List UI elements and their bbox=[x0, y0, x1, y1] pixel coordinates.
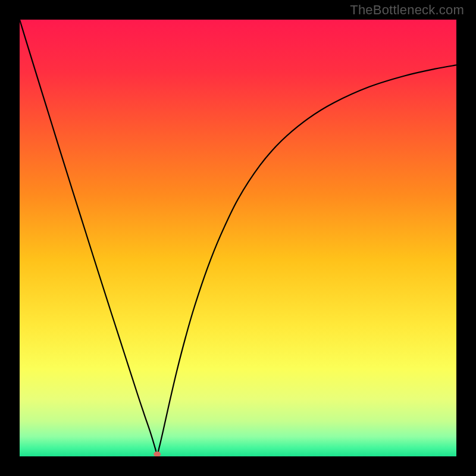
chart-plot bbox=[20, 20, 456, 456]
chart-background bbox=[20, 20, 456, 456]
chart-frame: TheBottleneck.com bbox=[0, 0, 476, 476]
watermark-text: TheBottleneck.com bbox=[350, 2, 464, 18]
